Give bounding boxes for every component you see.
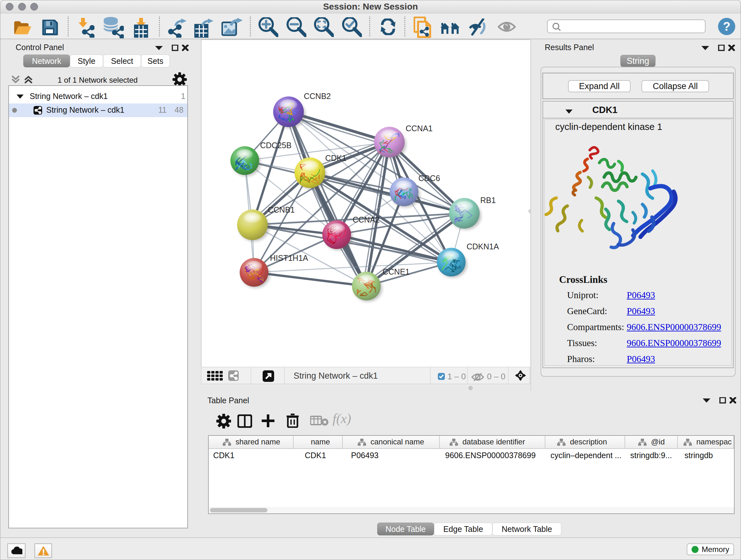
svg-text:CDC25B: CDC25B bbox=[260, 141, 292, 150]
svg-text:CDK1: CDK1 bbox=[325, 153, 347, 163]
svg-text:CCNE1: CCNE1 bbox=[383, 267, 410, 276]
svg-text:RB1: RB1 bbox=[480, 196, 496, 205]
svg-text:CDKN1A: CDKN1A bbox=[467, 242, 499, 251]
svg-text:CCNB2: CCNB2 bbox=[304, 91, 331, 101]
svg-text:HIST1H1A: HIST1H1A bbox=[270, 253, 308, 262]
svg-text:CCNB1: CCNB1 bbox=[268, 205, 295, 214]
svg-text:CDC6: CDC6 bbox=[418, 174, 440, 183]
svg-text:CCNA2: CCNA2 bbox=[353, 215, 380, 224]
svg-text:CCNA1: CCNA1 bbox=[406, 124, 433, 133]
